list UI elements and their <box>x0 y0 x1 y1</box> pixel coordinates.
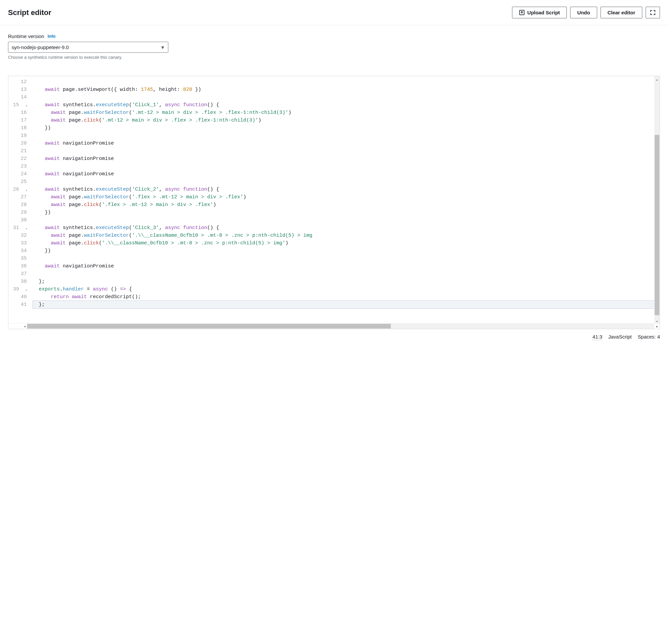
cursor-position[interactable]: 41:3 <box>593 334 602 340</box>
line-number: 19 <box>13 132 27 140</box>
code-line[interactable]: await page.click('.flex > .mt-12 > main … <box>33 201 654 209</box>
vertical-scrollbar[interactable]: ▴ ▾ <box>654 76 660 323</box>
code-line[interactable] <box>33 93 654 101</box>
line-number: 25 <box>13 178 27 186</box>
code-line[interactable]: await page.setViewport({ width: 1745, he… <box>33 86 654 93</box>
line-number: 23 <box>13 163 27 170</box>
runtime-label: Runtime version <box>8 33 44 39</box>
horizontal-scrollbar-row: ◂ ▸ <box>8 323 660 329</box>
line-number: 37 <box>13 270 27 278</box>
clear-editor-button[interactable]: Clear editor <box>601 7 642 18</box>
undo-button[interactable]: Undo <box>570 7 597 18</box>
line-number: 21 <box>13 147 27 155</box>
line-number: 31 ▾ <box>13 224 27 232</box>
hscroll-right-icon[interactable]: ▸ <box>654 323 660 329</box>
editor-statusbar: 41:3 JavaScript Spaces: 4 <box>0 332 668 346</box>
line-number: 22 <box>13 155 27 163</box>
code-line[interactable]: await page.waitForSelector('.\\__classNa… <box>33 232 654 240</box>
code-line[interactable] <box>33 270 654 278</box>
runtime-label-row: Runtime version Info <box>8 33 660 39</box>
line-number: 27 <box>13 193 27 201</box>
runtime-select[interactable] <box>8 42 168 53</box>
line-number: 17 <box>13 117 27 124</box>
line-number: 14 <box>13 93 27 101</box>
line-number: 13 <box>13 86 27 93</box>
line-number: 35 <box>13 255 27 262</box>
code-line[interactable] <box>33 78 654 86</box>
line-number: 26 ▾ <box>13 186 27 193</box>
code-line[interactable]: }) <box>33 209 654 216</box>
page-title: Script editor <box>8 8 51 17</box>
editor-indent[interactable]: Spaces: 4 <box>638 334 660 340</box>
runtime-section: Runtime version Info ▼ Choose a syntheti… <box>0 25 668 68</box>
code-line[interactable] <box>33 178 654 186</box>
code-line[interactable] <box>33 255 654 262</box>
code-line[interactable]: await page.click('.\\__className_0cfb10 … <box>33 240 654 247</box>
line-number: 41 <box>13 301 27 308</box>
scroll-up-icon[interactable]: ▴ <box>654 76 660 81</box>
code-line[interactable]: exports.handler = async () => { <box>33 286 654 293</box>
header-actions: Upload Script Undo Clear editor <box>512 7 660 18</box>
horizontal-scrollbar[interactable]: ▸ <box>27 323 654 329</box>
line-number: 24 <box>13 170 27 178</box>
line-number: 16 <box>13 109 27 117</box>
line-number: 34 <box>13 247 27 255</box>
code-line[interactable]: }) <box>33 247 654 255</box>
line-number: 33 <box>13 240 27 247</box>
line-number: 29 <box>13 209 27 216</box>
line-number: 30 <box>13 216 27 224</box>
code-line[interactable]: await page.waitForSelector('.mt-12 > mai… <box>33 109 654 117</box>
vscroll-track[interactable] <box>654 81 660 318</box>
code-line[interactable]: await page.waitForSelector('.flex > .mt-… <box>33 193 654 201</box>
fullscreen-icon <box>650 10 656 15</box>
code-line[interactable]: await navigationPromise <box>33 170 654 178</box>
code-line[interactable]: await navigationPromise <box>33 155 654 163</box>
code-line[interactable]: await synthetics.executeStep('Click_3', … <box>33 224 654 232</box>
code-line[interactable] <box>33 216 654 224</box>
code-line[interactable]: await navigationPromise <box>33 140 654 147</box>
code-line[interactable] <box>33 147 654 155</box>
clear-label: Clear editor <box>608 10 635 15</box>
code-area[interactable]: await page.setViewport({ width: 1745, he… <box>30 76 654 323</box>
code-line[interactable]: return await recordedScript(); <box>33 293 654 301</box>
line-number: 20 <box>13 140 27 147</box>
code-line[interactable]: await navigationPromise <box>33 262 654 270</box>
upload-script-button[interactable]: Upload Script <box>512 7 567 18</box>
line-number: 32 <box>13 232 27 240</box>
hscroll-left-icon[interactable]: ◂ <box>8 323 27 329</box>
line-number: 36 <box>13 262 27 270</box>
code-line[interactable]: await synthetics.executeStep('Click_2', … <box>33 186 654 193</box>
runtime-select-wrap: ▼ <box>8 42 168 53</box>
upload-icon <box>519 10 525 15</box>
code-editor[interactable]: 12131415 ▾1617181920212223242526 ▾272829… <box>8 76 660 329</box>
code-line[interactable]: }; <box>33 301 654 308</box>
fullscreen-button[interactable] <box>646 7 660 18</box>
line-number: 18 <box>13 124 27 132</box>
scroll-down-icon[interactable]: ▾ <box>654 318 660 323</box>
runtime-hint: Choose a synthetics runtime version to e… <box>8 55 660 60</box>
undo-label: Undo <box>577 10 590 15</box>
vscroll-thumb[interactable] <box>655 135 659 315</box>
line-number: 28 <box>13 201 27 209</box>
code-line[interactable]: await page.click('.mt-12 > main > div > … <box>33 117 654 124</box>
code-line[interactable]: }; <box>33 278 654 286</box>
upload-label: Upload Script <box>527 10 560 15</box>
code-line[interactable] <box>33 132 654 140</box>
editor-language[interactable]: JavaScript <box>608 334 632 340</box>
line-gutter: 12131415 ▾1617181920212223242526 ▾272829… <box>8 76 30 323</box>
code-line[interactable]: await synthetics.executeStep('Click_1', … <box>33 101 654 109</box>
code-line[interactable] <box>33 163 654 170</box>
code-line[interactable]: }) <box>33 124 654 132</box>
line-number: 39 ▾ <box>13 286 27 293</box>
hscroll-thumb[interactable] <box>27 324 391 328</box>
line-number: 12 <box>13 78 27 86</box>
line-number: 15 ▾ <box>13 101 27 109</box>
line-number: 38 <box>13 278 27 286</box>
header-bar: Script editor Upload Script Undo Clear e… <box>0 0 668 25</box>
line-number: 40 <box>13 293 27 301</box>
runtime-info-link[interactable]: Info <box>47 34 56 39</box>
